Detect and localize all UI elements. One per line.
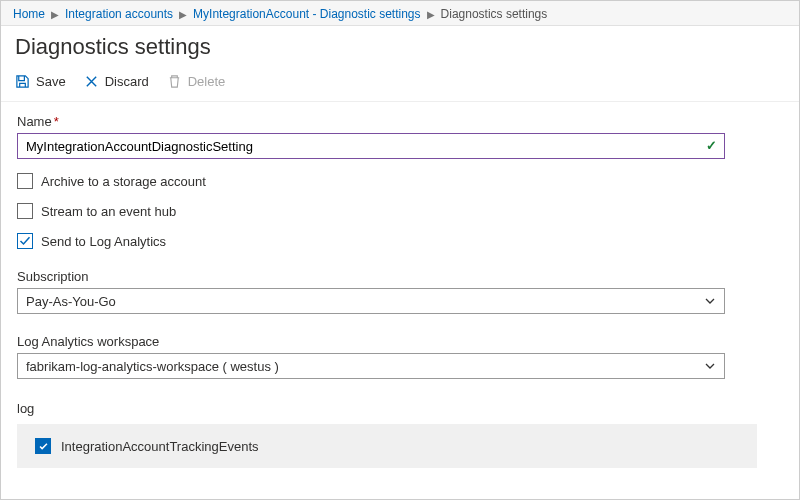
save-label: Save	[36, 74, 66, 89]
subscription-label: Subscription	[17, 269, 783, 284]
log-header: log	[17, 401, 783, 416]
name-label-text: Name	[17, 114, 52, 129]
archive-checkbox[interactable]	[17, 173, 33, 189]
required-mark: *	[54, 114, 59, 129]
delete-icon	[167, 74, 182, 89]
save-button[interactable]: Save	[15, 74, 66, 89]
breadcrumb-integration-accounts[interactable]: Integration accounts	[65, 7, 173, 21]
chevron-right-icon: ▶	[51, 9, 59, 20]
breadcrumb-account-diagnostic[interactable]: MyIntegrationAccount - Diagnostic settin…	[193, 7, 420, 21]
log-analytics-checkbox[interactable]	[17, 233, 33, 249]
workspace-select[interactable]: fabrikam-log-analytics-workspace ( westu…	[17, 353, 725, 379]
breadcrumb-home[interactable]: Home	[13, 7, 45, 21]
discard-icon	[84, 74, 99, 89]
discard-label: Discard	[105, 74, 149, 89]
log-category-label: IntegrationAccountTrackingEvents	[61, 439, 259, 454]
log-category-row: IntegrationAccountTrackingEvents	[17, 424, 757, 468]
chevron-right-icon: ▶	[179, 9, 187, 20]
save-icon	[15, 74, 30, 89]
page-title: Diagnostics settings	[1, 26, 799, 70]
chevron-down-icon	[704, 360, 716, 375]
log-analytics-label: Send to Log Analytics	[41, 234, 166, 249]
chevron-right-icon: ▶	[427, 9, 435, 20]
toolbar: Save Discard Delete	[1, 70, 799, 102]
chevron-down-icon	[704, 295, 716, 310]
breadcrumb-current: Diagnostics settings	[441, 7, 548, 21]
breadcrumb: Home ▶ Integration accounts ▶ MyIntegrat…	[1, 1, 799, 26]
check-icon	[19, 235, 31, 247]
stream-checkbox[interactable]	[17, 203, 33, 219]
name-label: Name*	[17, 114, 783, 129]
workspace-value: fabrikam-log-analytics-workspace ( westu…	[26, 359, 279, 374]
discard-button[interactable]: Discard	[84, 74, 149, 89]
workspace-label: Log Analytics workspace	[17, 334, 783, 349]
valid-check-icon: ✓	[706, 138, 717, 153]
name-input[interactable]	[17, 133, 725, 159]
delete-label: Delete	[188, 74, 226, 89]
subscription-value: Pay-As-You-Go	[26, 294, 116, 309]
stream-label: Stream to an event hub	[41, 204, 176, 219]
subscription-select[interactable]: Pay-As-You-Go	[17, 288, 725, 314]
archive-label: Archive to a storage account	[41, 174, 206, 189]
delete-button: Delete	[167, 74, 226, 89]
log-category-checkbox[interactable]	[35, 438, 51, 454]
check-icon	[38, 441, 49, 452]
